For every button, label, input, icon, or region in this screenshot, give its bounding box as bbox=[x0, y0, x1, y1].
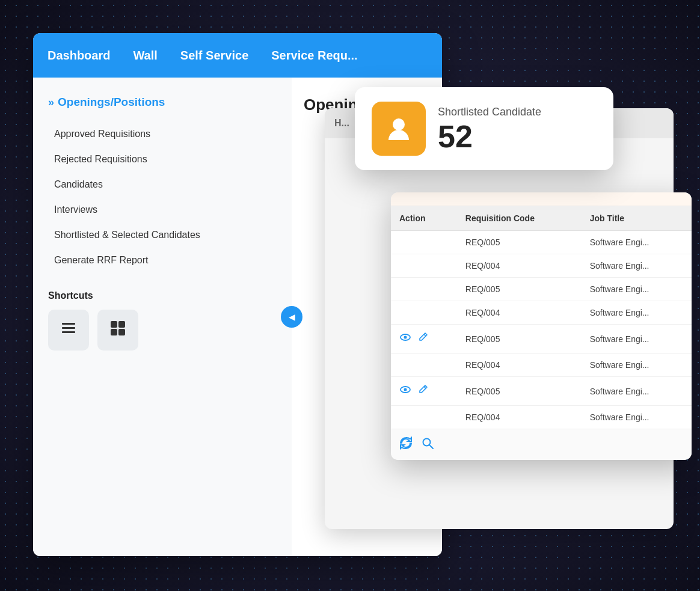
action-cell bbox=[391, 231, 457, 254]
edit-icon[interactable] bbox=[417, 332, 428, 346]
action-cell bbox=[391, 377, 457, 406]
job-title-cell: Software Engi... bbox=[582, 406, 692, 429]
requisitions-table: Action Requisition Code Job Title REQ/00… bbox=[391, 206, 692, 429]
job-title-cell: Software Engi... bbox=[582, 354, 692, 377]
table-footer bbox=[391, 429, 692, 460]
action-cell bbox=[391, 325, 457, 354]
search-footer-icon[interactable] bbox=[421, 436, 434, 453]
shortcuts-label: Shortcuts bbox=[48, 290, 277, 301]
nav-item-self-service[interactable]: Self Service bbox=[178, 44, 251, 67]
sidebar-heading: Openings/Positions bbox=[48, 96, 277, 109]
svg-rect-4 bbox=[118, 321, 125, 328]
req-code-cell: REQ/004 bbox=[457, 406, 582, 429]
req-code-cell: REQ/005 bbox=[457, 377, 582, 406]
bg-window-title: H... bbox=[334, 118, 349, 129]
table-row: REQ/004Software Engi... bbox=[391, 354, 692, 377]
nav-item-service-requ[interactable]: Service Requ... bbox=[269, 44, 360, 67]
sidebar-item-approved-req[interactable]: Approved Requisitions bbox=[48, 122, 277, 146]
table-card: Action Requisition Code Job Title REQ/00… bbox=[391, 192, 692, 460]
req-code-cell: REQ/005 bbox=[457, 231, 582, 254]
action-cell bbox=[391, 301, 457, 325]
candidate-info: Shortlisted Candidate 52 bbox=[438, 106, 541, 152]
grid-icon bbox=[109, 319, 127, 341]
sidebar-item-generate-rrf[interactable]: Generate RRF Report bbox=[48, 248, 277, 272]
svg-point-12 bbox=[404, 388, 407, 391]
action-col-header: Action bbox=[391, 206, 457, 231]
table-row: REQ/004Software Engi... bbox=[391, 406, 692, 429]
sidebar: Openings/Positions Approved Requisitions… bbox=[33, 78, 292, 556]
navigation-bar: Dashboard Wall Self Service Service Requ… bbox=[33, 33, 442, 78]
chevron-left-icon: ◀ bbox=[289, 312, 295, 322]
req-code-cell: REQ/005 bbox=[457, 278, 582, 301]
job-title-cell: Software Engi... bbox=[582, 278, 692, 301]
sidebar-item-candidates[interactable]: Candidates bbox=[48, 173, 277, 197]
sidebar-item-rejected-req[interactable]: Rejected Requisitions bbox=[48, 147, 277, 171]
req-code-cell: REQ/004 bbox=[457, 254, 582, 278]
action-cell bbox=[391, 354, 457, 377]
list-icon bbox=[60, 319, 78, 341]
table-row: REQ/004Software Engi... bbox=[391, 254, 692, 278]
candidate-avatar bbox=[372, 102, 426, 156]
svg-rect-6 bbox=[118, 329, 125, 335]
sidebar-collapse-button[interactable]: ◀ bbox=[281, 306, 302, 328]
action-cell bbox=[391, 254, 457, 278]
shortlisted-candidate-card: Shortlisted Candidate 52 bbox=[355, 87, 613, 170]
sidebar-item-interviews[interactable]: Interviews bbox=[48, 198, 277, 222]
job-title-cell: Software Engi... bbox=[582, 254, 692, 278]
eye-icon[interactable] bbox=[399, 384, 411, 399]
eye-icon[interactable] bbox=[399, 331, 411, 346]
refresh-icon[interactable] bbox=[399, 436, 413, 453]
shortcut-icons-container bbox=[48, 310, 277, 351]
table-row: REQ/005Software Engi... bbox=[391, 325, 692, 354]
table-body: REQ/005Software Engi...REQ/004Software E… bbox=[391, 231, 692, 429]
svg-point-9 bbox=[404, 336, 407, 339]
table-row: REQ/005Software Engi... bbox=[391, 278, 692, 301]
req-code-cell: REQ/004 bbox=[457, 301, 582, 325]
action-cell bbox=[391, 406, 457, 429]
sidebar-item-shortlisted[interactable]: Shortlisted & Selected Candidates bbox=[48, 223, 277, 247]
svg-rect-5 bbox=[111, 329, 117, 335]
req-code-col-header: Requisition Code bbox=[457, 206, 582, 231]
table-row: REQ/005Software Engi... bbox=[391, 231, 692, 254]
shortcuts-section: Shortcuts bbox=[48, 290, 277, 351]
nav-item-dashboard[interactable]: Dashboard bbox=[45, 44, 112, 67]
shortcut-grid-icon[interactable] bbox=[97, 310, 138, 351]
table-row: REQ/004Software Engi... bbox=[391, 301, 692, 325]
table-header-row: Action Requisition Code Job Title bbox=[391, 206, 692, 231]
svg-rect-3 bbox=[111, 321, 117, 328]
edit-icon[interactable] bbox=[417, 384, 428, 398]
job-title-cell: Software Engi... bbox=[582, 231, 692, 254]
action-cell bbox=[391, 278, 457, 301]
shortlisted-candidate-label: Shortlisted Candidate bbox=[438, 106, 541, 118]
svg-point-7 bbox=[393, 118, 405, 130]
req-code-cell: REQ/004 bbox=[457, 354, 582, 377]
shortlisted-candidate-count: 52 bbox=[438, 121, 541, 152]
job-title-col-header: Job Title bbox=[582, 206, 692, 231]
svg-rect-2 bbox=[62, 331, 75, 333]
req-code-cell: REQ/005 bbox=[457, 325, 582, 354]
svg-line-13 bbox=[424, 387, 426, 388]
svg-line-15 bbox=[429, 445, 433, 449]
job-title-cell: Software Engi... bbox=[582, 377, 692, 406]
table-row: REQ/005Software Engi... bbox=[391, 377, 692, 406]
nav-item-wall[interactable]: Wall bbox=[130, 44, 159, 67]
shortcut-list-icon[interactable] bbox=[48, 310, 89, 351]
svg-line-10 bbox=[424, 334, 426, 336]
svg-rect-1 bbox=[62, 327, 75, 329]
job-title-cell: Software Engi... bbox=[582, 325, 692, 354]
svg-rect-0 bbox=[62, 323, 75, 325]
job-title-cell: Software Engi... bbox=[582, 301, 692, 325]
